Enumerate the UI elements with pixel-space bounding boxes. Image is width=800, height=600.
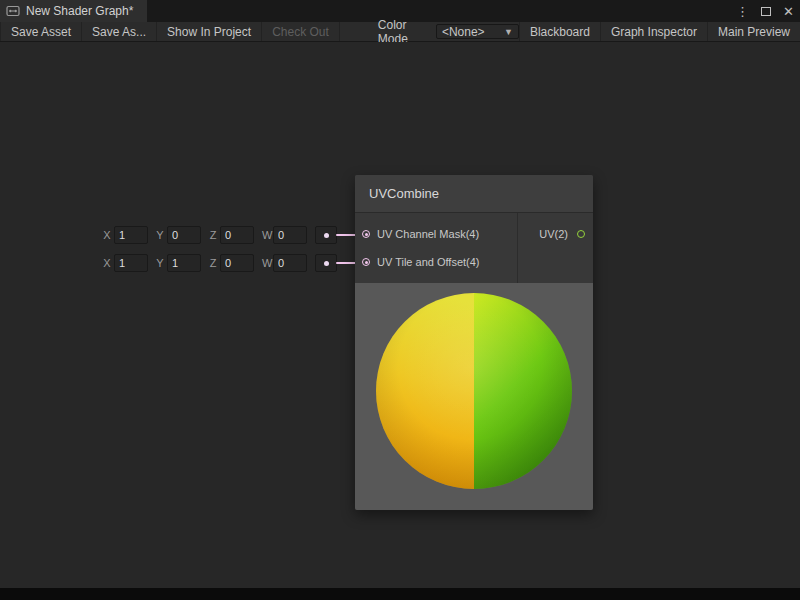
node-outputs: UV(2): [517, 213, 593, 283]
x-label: X: [103, 257, 111, 269]
input-port-icon[interactable]: [362, 230, 370, 238]
z-field[interactable]: [220, 254, 254, 272]
x-label: X: [103, 229, 111, 241]
save-asset-button[interactable]: Save Asset: [0, 22, 82, 41]
tab-new-shader-graph[interactable]: New Shader Graph*: [0, 0, 147, 22]
y-label: Y: [156, 229, 164, 241]
bottom-strip: [0, 588, 800, 600]
input-port-icon[interactable]: [362, 258, 370, 266]
sphere-shading: [376, 293, 572, 489]
node-inputs: UV Channel Mask(4) UV Tile and Offset(4): [355, 213, 517, 283]
color-mode-dropdown[interactable]: <None> ▼: [436, 24, 519, 39]
main-preview-button[interactable]: Main Preview: [707, 22, 800, 41]
vector-connector-port[interactable]: [315, 226, 337, 244]
x-field[interactable]: [114, 226, 148, 244]
z-field[interactable]: [220, 226, 254, 244]
w-field[interactable]: [273, 254, 307, 272]
vector4-input-row-2: X Y Z W: [103, 254, 337, 272]
input-port-row: UV Tile and Offset(4): [355, 248, 517, 276]
chevron-down-icon: ▼: [504, 27, 513, 37]
node-title: UVCombine: [369, 186, 439, 201]
maximize-icon[interactable]: [761, 7, 771, 16]
graph-canvas[interactable]: X Y Z W X Y Z: [0, 42, 800, 588]
color-mode-label: Color Mode: [370, 22, 436, 41]
window-controls: ⋮ ✕: [736, 0, 794, 22]
w-field[interactable]: [273, 226, 307, 244]
preview-sphere: [376, 293, 572, 489]
output-port-row: UV(2): [518, 220, 593, 248]
input-port-label: UV Tile and Offset(4): [377, 256, 480, 268]
node-header[interactable]: UVCombine: [355, 175, 593, 213]
z-label: Z: [209, 257, 217, 269]
node-ports: UV Channel Mask(4) UV Tile and Offset(4)…: [355, 213, 593, 283]
output-port-icon[interactable]: [577, 230, 585, 238]
input-port-row: UV Channel Mask(4): [355, 220, 517, 248]
node-uvcombine[interactable]: UVCombine UV Channel Mask(4) UV Tile and…: [355, 175, 593, 510]
z-label: Z: [209, 229, 217, 241]
y-label: Y: [156, 257, 164, 269]
y-field[interactable]: [167, 254, 201, 272]
toolbar: Save Asset Save As... Show In Project Ch…: [0, 22, 800, 42]
port-dot-icon: [324, 261, 329, 266]
color-mode-value: <None>: [442, 25, 485, 39]
shader-graph-icon: [6, 4, 20, 18]
kebab-menu-icon[interactable]: ⋮: [736, 5, 749, 18]
x-field[interactable]: [114, 254, 148, 272]
y-field[interactable]: [167, 226, 201, 244]
show-in-project-button[interactable]: Show In Project: [157, 22, 262, 41]
port-dot-icon: [324, 233, 329, 238]
tab-title: New Shader Graph*: [26, 4, 133, 18]
blackboard-button[interactable]: Blackboard: [519, 22, 600, 41]
node-preview: [355, 283, 593, 510]
vector4-input-row-1: X Y Z W: [103, 226, 337, 244]
graph-inspector-button[interactable]: Graph Inspector: [600, 22, 707, 41]
vector-connector-port[interactable]: [315, 254, 337, 272]
close-icon[interactable]: ✕: [783, 5, 794, 18]
w-label: W: [262, 229, 270, 241]
check-out-button: Check Out: [262, 22, 340, 41]
save-as-button[interactable]: Save As...: [82, 22, 157, 41]
w-label: W: [262, 257, 270, 269]
output-port-label: UV(2): [539, 228, 568, 240]
toolbar-right-group: Blackboard Graph Inspector Main Preview: [519, 22, 800, 41]
input-port-label: UV Channel Mask(4): [377, 228, 479, 240]
